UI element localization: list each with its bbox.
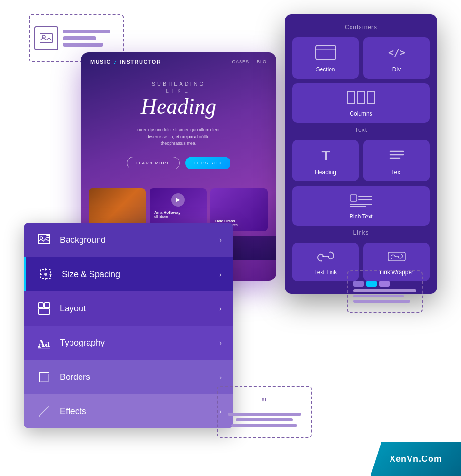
nav-links: CASES BLO [232, 60, 267, 64]
svg-line-30 [39, 407, 49, 416]
containers-section-title: Containers [292, 24, 430, 30]
rect-line [353, 300, 410, 303]
svg-point-23 [44, 273, 47, 276]
rect-line [353, 295, 404, 298]
textlink-label: Text Link [314, 269, 337, 276]
cta-buttons: LEARN MORE LET'S ROC [95, 157, 262, 169]
svg-rect-6 [357, 91, 365, 104]
learn-more-button[interactable]: LEARN MORE [127, 157, 180, 169]
heading-icon: T [317, 148, 334, 165]
hero-subheading: SUBHEADING [95, 81, 262, 87]
layout-arrow: › [219, 304, 222, 314]
svg-rect-24 [38, 303, 43, 308]
background-icon [35, 231, 52, 248]
svg-rect-5 [347, 91, 355, 104]
richtext-icon [349, 194, 373, 209]
quote-line [231, 424, 297, 427]
brand-logo: MUSIC ♪ INSTRUCTOR [90, 58, 161, 66]
thumb-profile1: Ama Holloway ull labore [154, 210, 202, 218]
svg-text:</>: </> [388, 47, 405, 58]
columns-label: Columns [350, 110, 372, 117]
size-spacing-arrow: › [219, 269, 222, 279]
mobile-navbar: MUSIC ♪ INSTRUCTOR CASES BLO [81, 52, 276, 71]
containers-grid: Section </> Div Columns [292, 37, 430, 123]
rect-dot [379, 281, 390, 287]
columns-icon [347, 91, 375, 107]
rect-line [353, 289, 416, 292]
music-note-icon: ♪ [113, 58, 118, 66]
panel-item-text[interactable]: Text [363, 140, 430, 181]
layout-icon [35, 300, 52, 317]
svg-rect-26 [38, 309, 50, 314]
svg-text:T: T [321, 148, 330, 163]
hero-body-text: Lorem ipsum dolor sit amet, quo ullum cl… [95, 127, 262, 147]
linkwrapper-icon [387, 250, 406, 265]
settings-row-borders[interactable]: Borders › [24, 360, 233, 394]
background-label: Background [60, 235, 219, 245]
rect-dot [353, 281, 364, 287]
dashed-quote-block: " [217, 386, 312, 438]
settings-row-effects[interactable]: Effects › [24, 394, 233, 428]
rect-dots [353, 281, 390, 287]
typography-icon: Aa [35, 334, 52, 351]
text-label: Text [391, 169, 401, 176]
panel-item-columns[interactable]: Columns [292, 83, 430, 123]
settings-row-background[interactable]: Background › [24, 223, 233, 257]
svg-text:Aa: Aa [38, 338, 50, 348]
textlink-icon [316, 250, 335, 265]
image-icon [34, 26, 58, 50]
placeholder-lines [63, 30, 110, 47]
background-arrow: › [219, 235, 222, 245]
hero-section: SUBHEADING LIKE Heading Lorem ipsum dolo… [81, 71, 276, 179]
heading-label: Heading [315, 169, 336, 176]
effects-label: Effects [60, 407, 219, 416]
richtext-label: Rich Text [349, 213, 372, 220]
placeholder-line [63, 30, 110, 33]
quote-line [236, 418, 293, 421]
text-grid: T Heading Text [292, 140, 430, 226]
text-section-title: Text [292, 127, 430, 133]
text-icon [388, 148, 405, 165]
panel-item-section[interactable]: Section [292, 37, 359, 79]
effects-icon [35, 403, 52, 420]
svg-rect-12 [350, 195, 357, 201]
placeholder-line [63, 43, 103, 47]
rect-dot [366, 281, 377, 287]
lets-rock-button[interactable]: LET'S ROC [185, 157, 231, 169]
div-icon: </> [386, 45, 407, 62]
watermark-badge: XenVn.Com [371, 442, 461, 476]
watermark-text: XenVn.Com [390, 454, 442, 464]
svg-rect-7 [367, 91, 375, 104]
quote-line [228, 413, 301, 416]
nav-cases: CASES [232, 60, 249, 64]
section-label: Section [316, 66, 335, 73]
quote-mark-icon: " [262, 397, 267, 410]
settings-row-layout[interactable]: Layout › [24, 291, 233, 326]
borders-arrow: › [219, 372, 222, 382]
svg-point-21 [40, 237, 43, 239]
settings-row-typography[interactable]: Aa Typography › [24, 326, 233, 360]
hero-main-heading: Heading [95, 95, 262, 119]
settings-panel: Background › Size & Spacing › Layout › [24, 223, 233, 428]
placeholder-line [63, 36, 96, 40]
svg-rect-25 [44, 303, 50, 308]
dashed-rect-right [347, 270, 423, 313]
settings-row-size-spacing[interactable]: Size & Spacing › [24, 257, 233, 291]
panel-item-div[interactable]: </> Div [363, 37, 430, 79]
svg-rect-2 [316, 45, 336, 60]
rect-lines [353, 289, 416, 303]
size-spacing-label: Size & Spacing [62, 269, 219, 279]
svg-rect-0 [40, 33, 52, 43]
panel-item-richtext[interactable]: Rich Text [292, 186, 430, 226]
panel-item-heading[interactable]: T Heading [292, 140, 359, 181]
typography-arrow: › [219, 338, 222, 348]
play-button-icon: ▶ [171, 193, 185, 207]
links-section-title: Links [292, 229, 430, 236]
nav-blo: BLO [257, 60, 267, 64]
borders-label: Borders [60, 372, 219, 382]
containers-panel: Containers Section </> Div [285, 14, 437, 294]
div-label: Div [392, 66, 401, 73]
size-spacing-icon [37, 266, 54, 283]
layout-label: Layout [60, 304, 219, 314]
section-icon [315, 45, 336, 62]
